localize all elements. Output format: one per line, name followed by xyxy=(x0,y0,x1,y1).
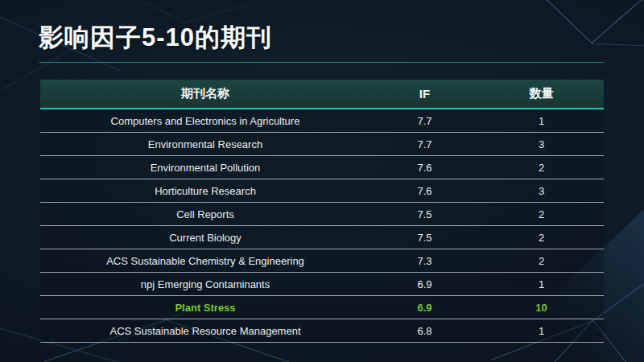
column-header-if: IF xyxy=(370,87,479,101)
journal-if: 6.8 xyxy=(370,325,479,337)
slide-background: 影响因子5-10的期刊 期刊名称 IF 数量 Computers and Ele… xyxy=(0,0,644,362)
decorative-line xyxy=(592,43,644,46)
table-row: ACS Sustainable Resource Management 6.8 … xyxy=(40,319,604,343)
title-underline xyxy=(39,62,604,63)
journal-table: 期刊名称 IF 数量 Computers and Electronics in … xyxy=(40,80,604,343)
journal-name: Environmental Pollution xyxy=(40,162,370,174)
column-header-journal-name: 期刊名称 xyxy=(40,86,370,101)
journal-name: ACS Sustainable Chemistry & Engineering xyxy=(40,255,370,267)
table-row: Computers and Electronics in Agriculture… xyxy=(40,109,604,133)
journal-name: Cell Reports xyxy=(40,208,370,220)
table-row: Cell Reports 7.5 2 xyxy=(40,203,604,226)
journal-if: 6.9 xyxy=(370,278,479,290)
decorative-line xyxy=(592,0,644,43)
journal-count: 10 xyxy=(479,302,604,314)
journal-if: 7.3 xyxy=(370,255,479,267)
journal-count: 3 xyxy=(479,185,604,197)
journal-count: 2 xyxy=(479,255,604,267)
journal-if: 7.7 xyxy=(370,138,479,150)
journal-count: 1 xyxy=(479,325,604,337)
journal-name: npj Emerging Contaminants xyxy=(40,278,370,290)
table-row: ACS Sustainable Chemistry & Engineering … xyxy=(40,249,604,273)
table-row: npj Emerging Contaminants 6.9 1 xyxy=(40,273,604,296)
journal-count: 2 xyxy=(479,162,604,174)
journal-name: Current Biology xyxy=(40,232,370,244)
table-row: Horticulture Research 7.6 3 xyxy=(40,179,604,203)
page-title: 影响因子5-10的期刊 xyxy=(39,21,272,55)
table-row-highlighted: Plant Stress 6.9 10 xyxy=(40,296,604,319)
table-row: Environmental Pollution 7.6 2 xyxy=(40,156,604,179)
journal-if: 7.5 xyxy=(370,208,479,220)
journal-name: ACS Sustainable Resource Management xyxy=(40,325,370,337)
journal-count: 3 xyxy=(479,138,604,150)
journal-count: 2 xyxy=(479,208,604,220)
table-row: Current Biology 7.5 2 xyxy=(40,226,604,249)
journal-if: 6.9 xyxy=(370,302,479,314)
journal-if: 7.6 xyxy=(370,185,479,197)
journal-count: 1 xyxy=(479,115,604,127)
journal-if: 7.6 xyxy=(370,162,479,174)
table-row: Environmental Research 7.7 3 xyxy=(40,133,604,156)
column-header-count: 数量 xyxy=(479,86,604,101)
decorative-line xyxy=(544,0,592,43)
journal-if: 7.7 xyxy=(370,115,479,127)
journal-name: Plant Stress xyxy=(40,302,370,314)
journal-if: 7.5 xyxy=(370,232,479,244)
journal-count: 2 xyxy=(479,232,604,244)
journal-count: 1 xyxy=(479,278,604,290)
journal-name: Computers and Electronics in Agriculture xyxy=(40,115,370,127)
journal-name: Environmental Research xyxy=(40,138,370,150)
journal-name: Horticulture Research xyxy=(40,185,370,197)
table-header-row: 期刊名称 IF 数量 xyxy=(40,80,604,109)
